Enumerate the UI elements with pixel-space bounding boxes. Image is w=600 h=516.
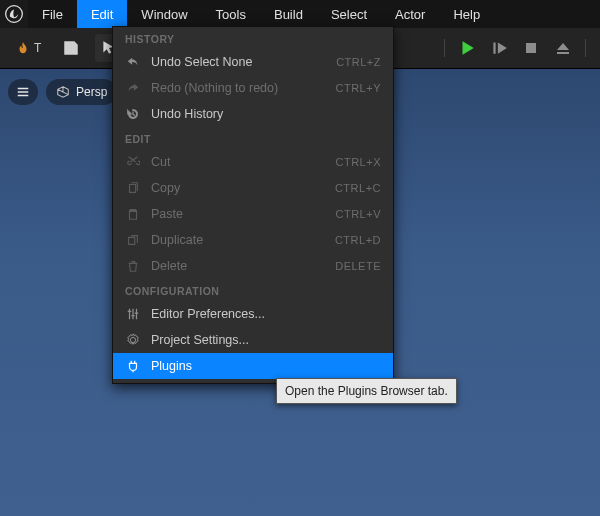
paste-icon	[125, 206, 141, 222]
menu-item-shortcut: DELETE	[335, 260, 381, 272]
sliders-icon	[125, 306, 141, 322]
top-menu-bar: FileEditWindowToolsBuildSelectActorHelp	[0, 0, 600, 28]
toolbar-separator	[585, 39, 586, 57]
fire-icon	[16, 41, 30, 55]
save-button[interactable]	[57, 34, 85, 62]
menu-item-label: Duplicate	[151, 233, 325, 247]
unreal-logo	[0, 0, 28, 28]
menu-item-shortcut: CTRL+Y	[336, 82, 382, 94]
menu-section-edit: EDIT	[113, 127, 393, 149]
menu-item-label: Paste	[151, 207, 326, 221]
svg-rect-1	[526, 43, 536, 53]
tooltip: Open the Plugins Browser tab.	[276, 378, 457, 404]
perspective-label: Persp	[76, 85, 107, 99]
stop-icon	[523, 40, 539, 56]
menu-file[interactable]: File	[28, 0, 77, 28]
menu-build[interactable]: Build	[260, 0, 317, 28]
perspective-button[interactable]: Persp	[46, 79, 117, 105]
eject-icon	[555, 40, 571, 56]
level-tab[interactable]: T	[10, 41, 47, 55]
plug-icon	[125, 358, 141, 374]
menu-select[interactable]: Select	[317, 0, 381, 28]
menu-item-label: Copy	[151, 181, 325, 195]
menu-item-shortcut: CTRL+C	[335, 182, 381, 194]
cube-icon	[56, 85, 70, 99]
step-icon	[490, 39, 508, 57]
menu-help[interactable]: Help	[439, 0, 494, 28]
menu-item-shortcut: CTRL+X	[336, 156, 382, 168]
menu-item-undo-select-none[interactable]: Undo Select NoneCTRL+Z	[113, 49, 393, 75]
menu-item-label: Editor Preferences...	[151, 307, 371, 321]
menu-item-label: Undo History	[151, 107, 371, 121]
undo-icon	[125, 54, 141, 70]
menu-item-copy: CopyCTRL+C	[113, 175, 393, 201]
save-icon	[62, 39, 80, 57]
menu-edit[interactable]: Edit	[77, 0, 127, 28]
menu-actor[interactable]: Actor	[381, 0, 439, 28]
play-icon	[458, 39, 476, 57]
menu-item-editor-preferences[interactable]: Editor Preferences...	[113, 301, 393, 327]
eject-button[interactable]	[549, 34, 577, 62]
menu-item-shortcut: CTRL+V	[336, 208, 382, 220]
duplicate-icon	[125, 232, 141, 248]
menu-window[interactable]: Window	[127, 0, 201, 28]
menu-item-duplicate: DuplicateCTRL+D	[113, 227, 393, 253]
menu-item-plugins[interactable]: Plugins	[113, 353, 393, 379]
menu-item-project-settings[interactable]: Project Settings...	[113, 327, 393, 353]
gear-icon	[125, 332, 141, 348]
menu-item-shortcut: CTRL+Z	[336, 56, 381, 68]
main-menu: FileEditWindowToolsBuildSelectActorHelp	[28, 0, 494, 28]
svg-point-0	[6, 6, 23, 23]
history-icon	[125, 106, 141, 122]
copy-icon	[125, 180, 141, 196]
menu-item-label: Undo Select None	[151, 55, 326, 69]
menu-section-history: HISTORY	[113, 27, 393, 49]
edit-menu-dropdown: HISTORYUndo Select NoneCTRL+ZRedo (Nothi…	[112, 26, 394, 384]
menu-item-label: Project Settings...	[151, 333, 371, 347]
toolbar-separator	[444, 39, 445, 57]
hamburger-icon	[16, 85, 30, 99]
viewport-menu-button[interactable]	[8, 79, 38, 105]
menu-item-label: Cut	[151, 155, 326, 169]
step-button[interactable]	[485, 34, 513, 62]
menu-item-label: Delete	[151, 259, 325, 273]
menu-item-shortcut: CTRL+D	[335, 234, 381, 246]
delete-icon	[125, 258, 141, 274]
menu-item-delete: DeleteDELETE	[113, 253, 393, 279]
menu-item-redo-nothing-to-redo: Redo (Nothing to redo)CTRL+Y	[113, 75, 393, 101]
menu-item-undo-history[interactable]: Undo History	[113, 101, 393, 127]
menu-tools[interactable]: Tools	[202, 0, 260, 28]
menu-item-paste: PasteCTRL+V	[113, 201, 393, 227]
stop-button[interactable]	[517, 34, 545, 62]
menu-item-cut: CutCTRL+X	[113, 149, 393, 175]
play-button[interactable]	[453, 34, 481, 62]
menu-item-label: Plugins	[151, 359, 371, 373]
menu-section-configuration: CONFIGURATION	[113, 279, 393, 301]
menu-item-label: Redo (Nothing to redo)	[151, 81, 326, 95]
ue-logo-icon	[4, 4, 24, 24]
cut-icon	[125, 154, 141, 170]
redo-icon	[125, 80, 141, 96]
